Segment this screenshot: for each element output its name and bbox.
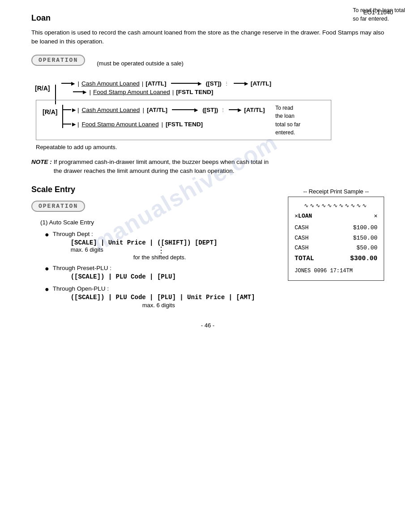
through-open-plu-label: Through Open-PLU : xyxy=(53,285,109,292)
receipt-box: ∿∿∿∿∿∿∿∿∿∿∿ ✕LOAN ✕ CASH$100.00 CASH$150… xyxy=(288,197,384,281)
receipt-row-3: CASH$50.00 xyxy=(295,243,377,253)
through-preset-plu-label: Through Preset-PLU : xyxy=(53,265,111,271)
receipt-footer: JONES 0096 17:14TM xyxy=(295,266,377,275)
bullet-1-dot: ● xyxy=(45,231,49,239)
at-tl-box2: [AT/TL] xyxy=(244,107,265,113)
page: EO1-11040 Loan This operation is used to… xyxy=(0,0,411,532)
food-stamp-box: Food Stamp Amount Loaned xyxy=(82,121,159,128)
fstl-box: [FSTL TEND] xyxy=(166,121,203,128)
cash-amount-loaned-box: Cash Amount Loaned xyxy=(82,107,140,113)
receipt-row-2: CASH$150.00 xyxy=(295,233,377,243)
bullet-2-dot: ● xyxy=(45,265,49,273)
receipt-title: -- Receipt Print Sample -- xyxy=(288,188,384,195)
scale-operation-badge: OPERATION xyxy=(31,201,85,212)
pipe4: | xyxy=(172,89,174,95)
receipt-header: ✕LOAN ✕ xyxy=(295,211,377,221)
pipe2: | xyxy=(142,80,144,87)
st-box: ([ST]) xyxy=(202,107,218,113)
cash-amount-loaned: Cash Amount Loaned xyxy=(81,80,140,87)
note-box-inner: To readthe loantotal so farentered. xyxy=(275,104,325,137)
note-block: NOTE : If programmed cash-in-drawer limi… xyxy=(31,158,384,176)
fstl-tend: [FSTL TEND] xyxy=(176,89,213,95)
bullet-3-dot: ● xyxy=(45,285,49,293)
ra-label: [R/A] xyxy=(35,85,50,92)
page-number: - 46 - xyxy=(31,322,384,329)
receipt-total-row: TOTAL $300.00 xyxy=(295,253,377,264)
loan-description: This operation is used to record the cas… xyxy=(31,28,384,47)
vert-dots-1: ⋮ xyxy=(157,247,166,253)
at-tl-box1: [AT/TL] xyxy=(147,107,167,113)
must-label: (must be operated outside a sale) xyxy=(97,60,184,67)
at-tl-1: [AT/TL] xyxy=(146,80,166,87)
scale-formula-2: ([SCALE]) | PLU Code | [PLU] xyxy=(71,273,176,280)
note-text: If programmed cash-in-drawer limit amoun… xyxy=(54,158,269,176)
receipt-row-1: CASH$100.00 xyxy=(295,223,377,233)
at-tl-2: [AT/TL] xyxy=(251,80,271,87)
scale-formula-3: ([SCALE]) | PLU Code | [PLU] | Unit Pric… xyxy=(71,294,255,301)
note-label: NOTE : xyxy=(31,158,52,167)
for-shifted-depts: for the shifted depts. xyxy=(133,254,218,261)
food-stamp-amount-loaned: Food Stamp Amount Loaned xyxy=(93,89,170,95)
operation-badge: OPERATION xyxy=(31,55,85,66)
max-6-digits-3: max. 6 digits xyxy=(142,302,255,309)
loan-section-title: Loan xyxy=(31,13,384,23)
max-6-digits-1: max. 6 digits xyxy=(71,246,103,253)
ra-label-box: [R/A] xyxy=(43,108,57,116)
through-dept-label: Through Dept : xyxy=(53,231,93,237)
pipe3: | xyxy=(89,89,91,95)
st-label: ([ST]) xyxy=(206,80,222,87)
scale-formula-1: [SCALE] | Unit Price | ([SHIFT]) [DEPT] xyxy=(71,239,218,246)
flow-note-box: To read the loan total so far entered. xyxy=(353,6,407,23)
repeatable-note: Repeatable to add up amounts. xyxy=(36,144,384,150)
pipe1: | xyxy=(77,80,79,87)
receipt-wavy: ∿∿∿∿∿∿∿∿∿∿∿ xyxy=(295,202,377,210)
receipt-container: -- Receipt Print Sample -- ∿∿∿∿∿∿∿∿∿∿∿ ✕… xyxy=(288,188,384,281)
